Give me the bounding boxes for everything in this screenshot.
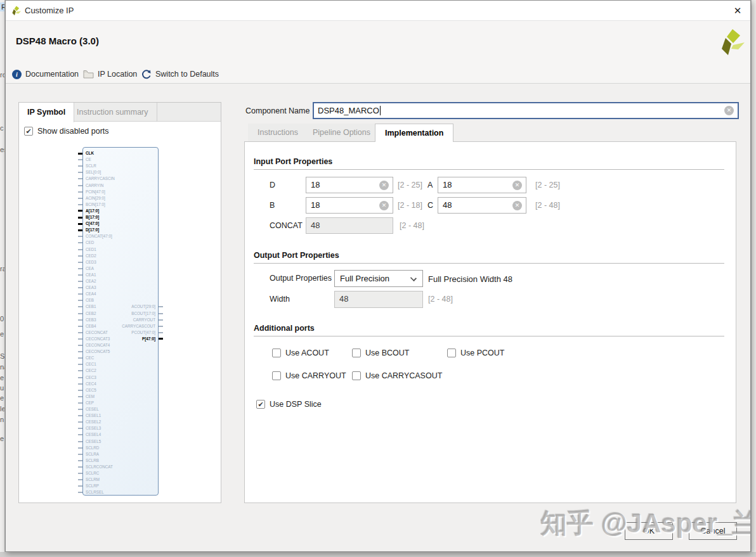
ip-location-button[interactable]: IP Location	[83, 68, 137, 80]
symbol-port-cec4: CEC4	[83, 381, 158, 387]
port-stub	[78, 223, 82, 225]
port-stub	[78, 300, 82, 301]
port-stub	[78, 313, 82, 314]
ip-core-title: DSP48 Macro (3.0)	[16, 35, 99, 46]
port-stub	[78, 434, 82, 435]
tab-instructions[interactable]: Instructions	[248, 124, 308, 141]
symbol-port-cesel5: CESEL5	[83, 439, 158, 445]
port-stub	[78, 319, 82, 321]
documentation-button[interactable]: i Documentation	[12, 68, 79, 80]
tab-instruction-summary[interactable]: Instruction summary	[68, 103, 157, 122]
field-label-a: A	[427, 181, 433, 189]
cancel-button[interactable]: Cancel	[689, 522, 737, 540]
documentation-label: Documentation	[25, 70, 79, 79]
vivado-app-icon	[11, 6, 21, 16]
d-range-label: [2 - 25]	[398, 181, 422, 189]
output-properties-select[interactable]: Full Precision	[334, 270, 423, 287]
xilinx-logo-icon	[718, 29, 745, 56]
symbol-port-acin290: ACIN[29:0]	[83, 195, 158, 202]
symbol-port-sel00: SEL[0:0]	[83, 169, 158, 176]
tab-ip-symbol[interactable]: IP Symbol	[19, 103, 74, 122]
a-width-value: 18	[443, 180, 452, 189]
symbol-port-p470: P[47:0]	[83, 336, 158, 342]
port-stub	[78, 236, 82, 237]
use-acout-checkbox[interactable]: Use ACOUT	[272, 349, 329, 357]
use-dsp-slice-checkbox[interactable]: ✔ Use DSP Slice	[256, 400, 322, 409]
clear-icon[interactable]: ✕	[379, 201, 389, 210]
use-carrycasout-checkbox[interactable]: Use CARRYCASOUT	[352, 371, 442, 380]
show-disabled-ports-label: Show disabled ports	[37, 127, 109, 136]
checkbox-icon[interactable]	[352, 349, 361, 357]
checkbox-icon[interactable]	[272, 349, 281, 357]
clear-icon[interactable]: ✕	[724, 106, 734, 115]
use-dsp-slice-label: Use DSP Slice	[270, 400, 322, 409]
port-stub	[78, 326, 82, 327]
port-stub	[78, 473, 82, 474]
section-divider	[254, 263, 724, 264]
symbol-port-ceconcat4: CECONCAT4	[83, 342, 158, 349]
symbol-port-pcin470: PCIN[47:0]	[83, 189, 158, 195]
port-stub	[78, 396, 82, 397]
background-text-fragment: ra	[0, 265, 5, 272]
clear-icon[interactable]: ✕	[512, 181, 522, 190]
symbol-port-cea1: CEA1	[83, 272, 158, 278]
symbol-port-pcout470: PCOUT[47:0]	[83, 330, 158, 336]
switch-to-defaults-button[interactable]: Switch to Defaults	[141, 68, 219, 80]
background-text-fragment: na	[0, 363, 5, 371]
symbol-port-sclrm: SCLRM	[83, 477, 158, 483]
port-stub	[159, 319, 163, 321]
c-width-value: 48	[443, 200, 452, 210]
port-stub	[78, 370, 82, 371]
clear-icon[interactable]: ✕	[379, 181, 389, 190]
component-name-input[interactable]: DSP48_MARCO ✕	[313, 102, 739, 119]
checkbox-icon[interactable]: ✔	[24, 127, 33, 136]
port-stub	[78, 357, 82, 359]
use-pcout-checkbox[interactable]: Use PCOUT	[447, 349, 504, 357]
port-stub	[78, 268, 82, 269]
field-label-d: D	[270, 181, 275, 189]
use-bcout-checkbox[interactable]: Use BCOUT	[352, 349, 409, 357]
port-stub	[78, 466, 82, 468]
symbol-port-cea2: CEA2	[83, 278, 158, 285]
b-width-input[interactable]: 18 ✕	[306, 197, 393, 214]
d-width-input[interactable]: 18 ✕	[306, 177, 393, 193]
show-disabled-ports-checkbox[interactable]: ✔ Show disabled ports	[24, 127, 109, 136]
checkbox-icon[interactable]	[352, 371, 361, 380]
port-stub	[78, 178, 82, 179]
background-text-fragment: ro	[0, 71, 5, 79]
output-properties-value: Full Precision	[340, 274, 389, 283]
port-stub	[159, 332, 163, 333]
clear-icon[interactable]: ✕	[512, 201, 522, 210]
checkbox-icon[interactable]: ✔	[256, 400, 265, 409]
background-text-fragment: e	[0, 374, 4, 381]
input-port-properties-title: Input Port Properties	[254, 157, 332, 166]
symbol-port-cea: CEA	[83, 266, 158, 272]
background-text-fragment: n	[0, 416, 4, 423]
screen: Rrocesra0eSFnaeuelene Customize IP ✕ DSP…	[0, 0, 756, 557]
port-stub	[78, 159, 82, 160]
width-value: 48	[339, 294, 348, 304]
b-range-label: [2 - 18]	[398, 201, 422, 210]
tab-implementation[interactable]: Implementation	[375, 124, 453, 142]
ip-location-label: IP Location	[98, 70, 137, 79]
use-carryout-checkbox[interactable]: Use CARRYOUT	[272, 371, 346, 380]
ok-button[interactable]: OK	[625, 522, 673, 540]
port-stub	[78, 249, 82, 250]
a-width-input[interactable]: 18 ✕	[438, 177, 526, 193]
port-stub	[78, 441, 82, 442]
symbol-port-clk: CLK	[83, 150, 158, 157]
checkbox-icon[interactable]	[272, 371, 281, 380]
background-text-fragment: SF	[0, 352, 5, 360]
dialog-titlebar[interactable]: Customize IP ✕	[6, 1, 750, 21]
left-tab-bar: IP Symbol Instruction summary	[19, 103, 221, 122]
checkbox-icon[interactable]	[447, 349, 456, 357]
c-width-input[interactable]: 48 ✕	[438, 197, 526, 214]
port-stub	[78, 293, 82, 295]
tab-pipeline-options[interactable]: Pipeline Options	[303, 124, 381, 141]
text-cursor	[380, 106, 381, 115]
symbol-port-ceconcat5: CECONCAT5	[83, 349, 158, 355]
background-text-fragment: u	[0, 384, 4, 392]
close-icon[interactable]: ✕	[730, 3, 745, 18]
port-stub	[78, 409, 82, 410]
background-text-fragment: le	[0, 405, 5, 413]
